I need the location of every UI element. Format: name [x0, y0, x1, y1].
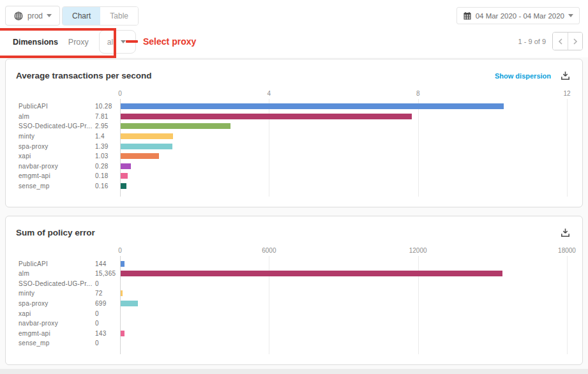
axis-tick-label: 12 — [563, 90, 570, 97]
download-button[interactable] — [560, 70, 571, 81]
category-label: emgmt-api — [19, 172, 95, 179]
value-label: 7.81 — [95, 113, 120, 120]
charts-area: Average transactions per second Show dis… — [0, 57, 588, 369]
category-label: emgmt-api — [19, 330, 95, 337]
bar — [121, 103, 504, 109]
chart-row: spa-proxy699 — [19, 299, 582, 309]
value-label: 143 — [95, 330, 120, 337]
chevron-left-icon — [557, 38, 564, 45]
next-page-button[interactable] — [568, 33, 582, 50]
value-label: 1.03 — [95, 153, 120, 160]
bar — [121, 114, 412, 119]
chart-title: Sum of policy error — [16, 227, 95, 239]
calendar-icon — [463, 11, 472, 20]
toolbar: prod Chart Table 04 Mar 2020 - 04 Mar 20… — [0, 0, 588, 57]
date-range-label: 04 Mar 2020 - 04 Mar 2020 — [476, 12, 564, 20]
tab-chart[interactable]: Chart — [63, 7, 100, 25]
value-label: 15,365 — [95, 270, 120, 277]
axis-tick-label: 4 — [268, 90, 271, 97]
annotation-callout: Select proxy — [126, 36, 196, 47]
chart-card-avg-tps: Average transactions per second Show dis… — [5, 59, 583, 207]
chart-rows: PublicAPI10.28alm7.81SSO-Dedicated-UG-Pr… — [6, 101, 582, 197]
bar-track — [120, 281, 567, 287]
category-label: minty — [19, 133, 95, 140]
chevron-right-icon — [572, 38, 578, 45]
pagination: 1 - 9 of 9 — [518, 32, 583, 50]
download-button[interactable] — [560, 227, 571, 238]
environment-selector[interactable]: prod — [5, 6, 60, 26]
category-label: PublicAPI — [19, 260, 95, 267]
axis-tick-label: 0 — [118, 90, 122, 97]
chevron-down-icon — [568, 14, 573, 17]
category-label: PublicAPI — [19, 103, 95, 110]
chart-rows: PublicAPI144alm15,365SSO-Dedicated-UG-Pr… — [6, 258, 582, 354]
axis-tick-label: 18000 — [558, 247, 576, 254]
bar-track — [120, 123, 567, 129]
chart-row: SSO-Dedicated-UG-Pr...0 — [19, 279, 582, 289]
previous-page-button[interactable] — [553, 33, 568, 50]
proxy-select[interactable]: all — [99, 30, 136, 54]
bar-track — [120, 311, 567, 317]
category-label: SSO-Dedicated-UG-Pr... — [19, 123, 95, 130]
chart-row: alm15,365 — [19, 269, 582, 279]
category-label: sense_mp — [19, 340, 95, 347]
axis-tick-label: 0 — [118, 247, 122, 254]
bar-track — [120, 133, 567, 139]
bar — [121, 271, 502, 276]
bar-track — [120, 163, 567, 169]
category-label: navbar-proxy — [19, 163, 95, 170]
bar-track — [120, 290, 567, 296]
tab-table[interactable]: Table — [100, 7, 138, 25]
bar-track — [120, 340, 567, 346]
category-label: xapi — [19, 153, 95, 160]
chart-row: sense_mp0 — [19, 338, 582, 348]
bar-track — [120, 153, 567, 159]
category-label: minty — [19, 290, 95, 297]
value-label: 0 — [95, 310, 120, 317]
show-dispersion-link[interactable]: Show dispersion — [495, 72, 551, 80]
category-label: alm — [19, 270, 95, 277]
bar-track — [120, 261, 567, 267]
bar-track — [120, 103, 567, 109]
category-label: spa-proxy — [19, 143, 95, 150]
value-label: 0 — [95, 320, 120, 327]
chart-row: PublicAPI144 — [19, 258, 582, 269]
value-label: 1.39 — [95, 143, 120, 150]
chart-row: navbar-proxy0.28 — [19, 161, 582, 172]
bar — [121, 301, 138, 306]
bar — [121, 331, 124, 336]
bar-track — [120, 144, 567, 149]
annotation-text: Select proxy — [143, 36, 196, 47]
value-label: 1.4 — [95, 133, 120, 140]
category-label: spa-proxy — [19, 300, 95, 307]
chart-row: minty72 — [19, 288, 582, 299]
bar-track — [120, 114, 567, 119]
bar — [121, 163, 131, 169]
bar-track — [120, 173, 567, 179]
value-label: 699 — [95, 300, 120, 307]
axis-tick-label: 12000 — [409, 247, 427, 254]
pagination-buttons — [552, 32, 583, 50]
chart-row: xapi1.03 — [19, 151, 582, 161]
chart-row: minty1.4 — [19, 131, 582, 142]
proxy-field-label: Proxy — [68, 38, 89, 47]
date-range-picker[interactable]: 04 Mar 2020 - 04 Mar 2020 — [456, 7, 580, 24]
chart-row: xapi0 — [19, 308, 582, 318]
bar — [121, 183, 126, 189]
value-label: 10.28 — [95, 103, 120, 110]
bar — [121, 290, 123, 296]
bar — [121, 133, 173, 139]
chart-row: emgmt-api0.18 — [19, 171, 582, 181]
bar-track — [120, 301, 567, 306]
bar-track — [120, 320, 567, 326]
globe-icon — [13, 11, 24, 21]
bar — [121, 261, 124, 267]
value-label: 0.28 — [95, 163, 120, 170]
chart-row: emgmt-api143 — [19, 329, 582, 339]
bar — [121, 153, 159, 159]
axis-ticks: 060001200018000 — [6, 247, 582, 255]
value-label: 0 — [95, 340, 120, 347]
category-label: sense_mp — [19, 183, 95, 190]
bar-track — [120, 331, 567, 336]
bar — [121, 144, 172, 149]
